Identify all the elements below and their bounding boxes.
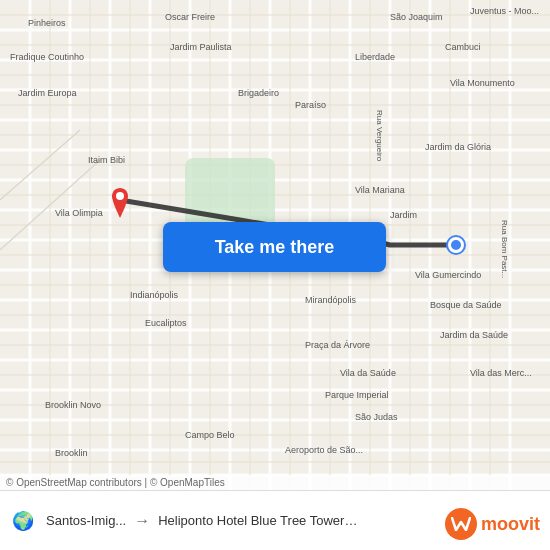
take-me-there-button[interactable]: Take me there: [163, 222, 386, 272]
osm-logo-icon: 🌍: [12, 510, 34, 532]
moovit-logo: moovit: [445, 508, 540, 540]
map-attribution: © OpenStreetMap contributors | © OpenMap…: [0, 475, 550, 490]
moovit-text: moovit: [481, 514, 540, 535]
svg-point-60: [116, 192, 124, 200]
map-container: Pinheiros Oscar Freire São Joaquim Fradi…: [0, 0, 550, 490]
moovit-logo-circle: [445, 508, 477, 540]
route-arrow-icon: →: [134, 512, 150, 530]
destination-marker: [108, 188, 132, 218]
route-from: Santos-Imig...: [46, 513, 126, 528]
route-to: Heliponto Hotel Blue Tree Towers F...: [158, 513, 358, 528]
origin-marker: [448, 237, 464, 253]
bottom-bar: 🌍 Santos-Imig... → Heliponto Hotel Blue …: [0, 490, 550, 550]
